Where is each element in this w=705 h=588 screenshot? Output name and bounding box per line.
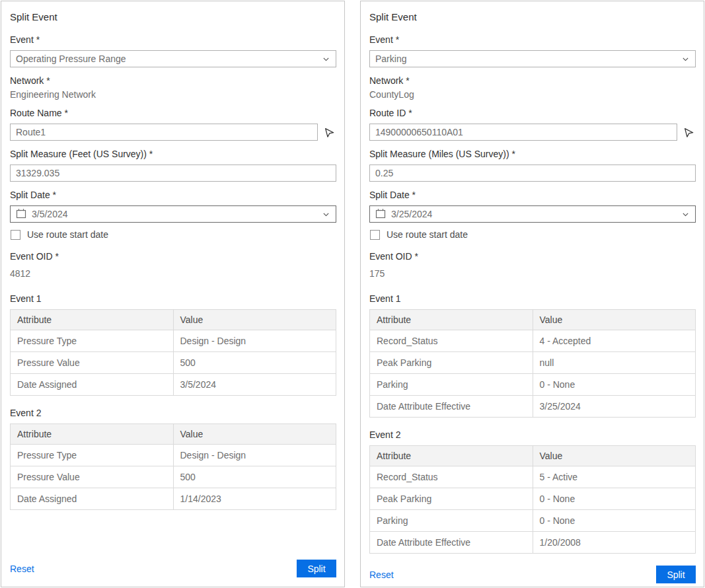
event-label: Event * [10, 34, 336, 45]
event-field: Event * Operating Pressure Range [10, 34, 336, 67]
reset-button[interactable]: Reset [369, 570, 394, 580]
attribute-cell: Pressure Value [11, 352, 174, 374]
table-row: Pressure TypeDesign - Design [11, 330, 336, 352]
event-2-table: Attribute Value Pressure TypeDesign - De… [10, 423, 336, 510]
event-oid-value: 175 [369, 268, 696, 279]
split-event-widgets: Split Event Event * Operating Pressure R… [0, 0, 705, 588]
measure-input[interactable]: 0.25 [369, 165, 696, 182]
table-row: Pressure Value500 [11, 352, 336, 374]
table-row: Date Assigned1/14/2023 [11, 488, 336, 510]
network-label: Network * [10, 75, 336, 86]
event-select[interactable]: Parking [369, 50, 696, 67]
measure-field: Split Measure (Feet (US Survey)) * 31329… [10, 149, 336, 182]
chevron-down-icon [681, 55, 690, 63]
event-2-table: Attribute Value Record_Status5 - ActiveP… [369, 445, 696, 554]
network-label: Network * [369, 75, 696, 86]
table-row: Peak Parking0 - None [370, 488, 696, 510]
measure-label: Split Measure (Miles (US Survey)) * [369, 149, 696, 159]
split-button[interactable]: Split [297, 560, 336, 577]
route-input-value: Route1 [16, 127, 46, 137]
event-1-table: Attribute Value Pressure TypeDesign - De… [10, 309, 336, 396]
measure-input[interactable]: 31329.035 [10, 165, 336, 182]
event-1-title: Event 1 [369, 293, 696, 304]
chevron-down-icon [322, 210, 330, 219]
table-row: Pressure TypeDesign - Design [11, 445, 336, 466]
event-1-table: Attribute Value Record_Status4 - Accepte… [369, 309, 696, 418]
table-row: Peak Parkingnull [370, 352, 696, 374]
event-oid-label: Event OID * [10, 251, 336, 262]
network-field: Network * Engineering Network [10, 75, 336, 100]
value-header: Value [533, 446, 696, 466]
date-value: 3/25/2024 [391, 209, 681, 219]
event-2-title: Event 2 [369, 429, 696, 440]
attribute-cell: Date Assigned [11, 374, 174, 396]
event-1-title: Event 1 [10, 293, 336, 304]
value-cell: 500 [173, 466, 336, 488]
value-cell: 0 - None [533, 488, 696, 510]
checkbox-icon[interactable] [11, 230, 20, 240]
split-button[interactable]: Split [656, 566, 696, 583]
value-cell: 0 - None [533, 374, 696, 396]
value-header: Value [533, 310, 696, 330]
event-field: Event * Parking [369, 34, 696, 67]
use-route-start-date-checkbox[interactable]: Use route start date [370, 229, 696, 240]
date-field: Split Date * 3/25/2024 [369, 190, 696, 223]
value-cell: 5 - Active [533, 466, 696, 488]
value-cell: 1/14/2023 [173, 488, 336, 510]
table-row: Record_Status4 - Accepted [370, 330, 696, 352]
route-label: Route Name * [10, 108, 336, 118]
attribute-cell: Date Attribute Effective [370, 396, 533, 418]
split-event-panel-left: Split Event Event * Operating Pressure R… [1, 1, 345, 587]
panel-footer: Reset Split [10, 560, 336, 579]
event-1-section: Event 1 Attribute Value Record_Status4 -… [369, 293, 696, 418]
date-picker[interactable]: 3/5/2024 [10, 205, 336, 223]
date-field: Split Date * 3/5/2024 [10, 190, 336, 223]
event-2-title: Event 2 [10, 408, 336, 418]
table-row: Pressure Value500 [11, 466, 336, 488]
chevron-down-icon [322, 55, 330, 63]
panel-footer: Reset Split [369, 566, 696, 585]
event-oid-label: Event OID * [369, 251, 696, 262]
event-oid-value: 4812 [10, 268, 336, 279]
attribute-cell: Pressure Value [11, 466, 174, 488]
attribute-cell: Peak Parking [370, 488, 533, 510]
table-row: Date Attribute Effective1/20/2008 [370, 532, 696, 554]
route-label: Route ID * [369, 108, 696, 118]
network-value: CountyLog [369, 89, 696, 100]
map-pick-cursor-icon[interactable] [322, 125, 336, 139]
measure-input-value: 31329.035 [16, 168, 59, 178]
date-value: 3/5/2024 [32, 209, 322, 219]
attribute-cell: Parking [370, 510, 533, 532]
attribute-header: Attribute [11, 310, 174, 330]
checkbox-icon[interactable] [370, 230, 380, 240]
network-field: Network * CountyLog [369, 75, 696, 100]
attribute-header: Attribute [370, 310, 533, 330]
network-value: Engineering Network [10, 89, 336, 100]
route-input[interactable]: Route1 [10, 124, 318, 141]
measure-field: Split Measure (Miles (US Survey)) * 0.25 [369, 149, 696, 182]
attribute-cell: Date Assigned [11, 488, 174, 510]
date-picker[interactable]: 3/25/2024 [369, 205, 696, 223]
reset-button[interactable]: Reset [10, 564, 34, 574]
event-select[interactable]: Operating Pressure Range [10, 50, 336, 67]
calendar-icon [16, 208, 26, 221]
map-pick-cursor-icon[interactable] [681, 125, 696, 139]
route-input-value: 14900000650110A01 [375, 127, 463, 137]
date-label: Split Date * [10, 190, 336, 200]
event-1-section: Event 1 Attribute Value Pressure TypeDes… [10, 293, 336, 396]
attribute-cell: Pressure Type [11, 330, 174, 352]
date-label: Split Date * [369, 190, 696, 200]
value-cell: 3/5/2024 [173, 374, 336, 396]
attribute-cell: Date Attribute Effective [370, 532, 533, 554]
calendar-icon [375, 208, 386, 221]
event-select-value: Operating Pressure Range [16, 54, 126, 64]
checkbox-label: Use route start date [27, 229, 108, 240]
table-row: Date Attribute Effective3/25/2024 [370, 396, 696, 418]
event-oid-field: Event OID * 175 [369, 251, 696, 279]
table-row: Date Assigned3/5/2024 [11, 374, 336, 396]
value-header: Value [173, 424, 336, 445]
use-route-start-date-checkbox[interactable]: Use route start date [11, 229, 336, 240]
route-input[interactable]: 14900000650110A01 [369, 124, 677, 141]
event-2-section: Event 2 Attribute Value Pressure TypeDes… [10, 408, 336, 510]
page-title: Split Event [10, 11, 336, 22]
